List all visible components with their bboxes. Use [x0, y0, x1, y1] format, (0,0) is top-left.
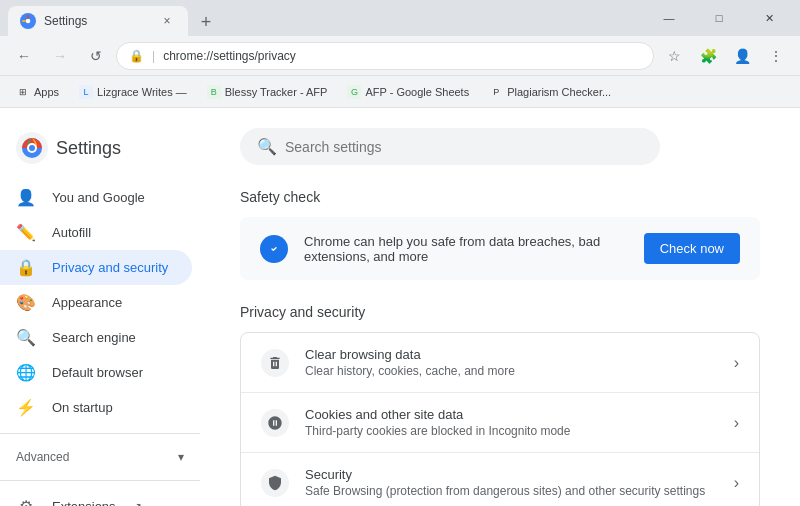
- bookmark-blessy[interactable]: B Blessy Tracker - AFP: [199, 81, 336, 103]
- plagiarism-favicon: P: [489, 85, 503, 99]
- title-bar: Settings × + — □ ✕: [0, 0, 800, 36]
- nav-action-buttons: ☆ 🧩 👤 ⋮: [658, 40, 792, 72]
- clear-browsing-title: Clear browsing data: [305, 347, 718, 362]
- safety-check-section-title: Safety check: [240, 189, 760, 205]
- clear-browsing-subtitle: Clear history, cookies, cache, and more: [305, 364, 718, 378]
- bookmark-lizgrace-label: Lizgrace Writes —: [97, 86, 187, 98]
- sidebar-divider-2: [0, 480, 200, 481]
- tab-title: Settings: [44, 14, 87, 28]
- sidebar: Settings 👤 You and Google ✏️ Autofill 🔒 …: [0, 108, 200, 506]
- chrome-logo-icon: [16, 132, 48, 164]
- security-subtitle: Safe Browsing (protection from dangerous…: [305, 484, 718, 498]
- privacy-settings-list: Clear browsing data Clear history, cooki…: [240, 332, 760, 506]
- maximize-button[interactable]: □: [696, 2, 742, 34]
- lock-icon: 🔒: [129, 49, 144, 63]
- back-button[interactable]: ←: [8, 40, 40, 72]
- cookies-subtitle: Third-party cookies are blocked in Incog…: [305, 424, 718, 438]
- settings-title: Settings: [56, 138, 121, 159]
- svg-point-5: [29, 145, 35, 151]
- content-area: Settings 👤 You and Google ✏️ Autofill 🔒 …: [0, 108, 800, 506]
- cookies-arrow: ›: [734, 414, 739, 432]
- new-tab-button[interactable]: +: [192, 8, 220, 36]
- profile-button[interactable]: 👤: [726, 40, 758, 72]
- url-text: chrome://settings/privacy: [163, 49, 296, 63]
- window-controls: — □ ✕: [646, 2, 792, 34]
- tab-close-button[interactable]: ×: [158, 12, 176, 30]
- active-tab[interactable]: Settings ×: [8, 6, 188, 36]
- autofill-icon: ✏️: [16, 223, 36, 242]
- sidebar-advanced-section[interactable]: Advanced ▾: [0, 442, 200, 472]
- appearance-icon: 🎨: [16, 293, 36, 312]
- security-item[interactable]: Security Safe Browsing (protection from …: [241, 453, 759, 506]
- sidebar-label-on-startup: On startup: [52, 400, 113, 415]
- tab-bar: Settings × +: [8, 0, 642, 36]
- blessy-favicon: B: [207, 85, 221, 99]
- sidebar-label-search-engine: Search engine: [52, 330, 136, 345]
- clear-browsing-data-item[interactable]: Clear browsing data Clear history, cooki…: [241, 333, 759, 393]
- bookmark-apps[interactable]: ⊞ Apps: [8, 81, 67, 103]
- sidebar-logo: Settings: [0, 124, 200, 180]
- sidebar-divider: [0, 433, 200, 434]
- bookmark-button[interactable]: ☆: [658, 40, 690, 72]
- minimize-button[interactable]: —: [646, 2, 692, 34]
- clear-data-icon: [261, 349, 289, 377]
- safety-check-text: Chrome can help you safe from data breac…: [304, 234, 628, 264]
- advanced-arrow-icon: ▾: [178, 450, 184, 464]
- sidebar-item-appearance[interactable]: 🎨 Appearance: [0, 285, 192, 320]
- browser-frame: Settings × + — □ ✕ ← → ↺ 🔒 | chrome://se…: [0, 0, 800, 506]
- search-bar[interactable]: 🔍: [240, 128, 660, 165]
- default-browser-icon: 🌐: [16, 363, 36, 382]
- advanced-label: Advanced: [16, 450, 69, 464]
- lizgrace-favicon: L: [79, 85, 93, 99]
- security-icon: [261, 469, 289, 497]
- sidebar-label-default-browser: Default browser: [52, 365, 143, 380]
- sidebar-item-extensions[interactable]: ⚙ Extensions ↗: [0, 489, 192, 506]
- clear-browsing-arrow: ›: [734, 354, 739, 372]
- extension-button[interactable]: 🧩: [692, 40, 724, 72]
- forward-button[interactable]: →: [44, 40, 76, 72]
- bookmark-afp-label: AFP - Google Sheets: [365, 86, 469, 98]
- search-container: 🔍: [240, 128, 760, 165]
- bookmark-plagiarism-label: Plagiarism Checker...: [507, 86, 611, 98]
- cookies-text: Cookies and other site data Third-party …: [305, 407, 718, 438]
- bookmarks-bar: ⊞ Apps L Lizgrace Writes — B Blessy Trac…: [0, 76, 800, 108]
- security-arrow: ›: [734, 474, 739, 492]
- privacy-section-title: Privacy and security: [240, 304, 760, 320]
- security-text: Security Safe Browsing (protection from …: [305, 467, 718, 498]
- apps-favicon: ⊞: [16, 85, 30, 99]
- cookies-title: Cookies and other site data: [305, 407, 718, 422]
- search-engine-icon: 🔍: [16, 328, 36, 347]
- svg-point-1: [26, 19, 31, 24]
- tab-favicon: [20, 13, 36, 29]
- check-now-button[interactable]: Check now: [644, 233, 740, 264]
- address-bar[interactable]: 🔒 | chrome://settings/privacy: [116, 42, 654, 70]
- address-separator: |: [152, 49, 155, 63]
- navigation-bar: ← → ↺ 🔒 | chrome://settings/privacy ☆ 🧩 …: [0, 36, 800, 76]
- cookies-icon: [261, 409, 289, 437]
- bookmark-afp[interactable]: G AFP - Google Sheets: [339, 81, 477, 103]
- clear-browsing-text: Clear browsing data Clear history, cooki…: [305, 347, 718, 378]
- afp-favicon: G: [347, 85, 361, 99]
- sidebar-item-privacy-security[interactable]: 🔒 Privacy and security: [0, 250, 192, 285]
- search-icon: 🔍: [257, 137, 277, 156]
- sidebar-item-search-engine[interactable]: 🔍 Search engine: [0, 320, 192, 355]
- bookmark-lizgrace[interactable]: L Lizgrace Writes —: [71, 81, 195, 103]
- safety-check-card: Chrome can help you safe from data breac…: [240, 217, 760, 280]
- cookies-site-data-item[interactable]: Cookies and other site data Third-party …: [241, 393, 759, 453]
- bookmark-plagiarism[interactable]: P Plagiarism Checker...: [481, 81, 619, 103]
- search-input[interactable]: [285, 139, 643, 155]
- extensions-icon: ⚙: [16, 497, 36, 506]
- refresh-button[interactable]: ↺: [80, 40, 112, 72]
- privacy-icon: 🔒: [16, 258, 36, 277]
- sidebar-item-you-and-google[interactable]: 👤 You and Google: [0, 180, 192, 215]
- sidebar-label-appearance: Appearance: [52, 295, 122, 310]
- bookmark-apps-label: Apps: [34, 86, 59, 98]
- main-settings-content: 🔍 Safety check Chrome can help you safe …: [200, 108, 800, 506]
- menu-button[interactable]: ⋮: [760, 40, 792, 72]
- close-button[interactable]: ✕: [746, 2, 792, 34]
- bookmark-blessy-label: Blessy Tracker - AFP: [225, 86, 328, 98]
- sidebar-item-on-startup[interactable]: ⚡ On startup: [0, 390, 192, 425]
- sidebar-label-extensions: Extensions: [52, 499, 116, 506]
- sidebar-item-autofill[interactable]: ✏️ Autofill: [0, 215, 192, 250]
- sidebar-item-default-browser[interactable]: 🌐 Default browser: [0, 355, 192, 390]
